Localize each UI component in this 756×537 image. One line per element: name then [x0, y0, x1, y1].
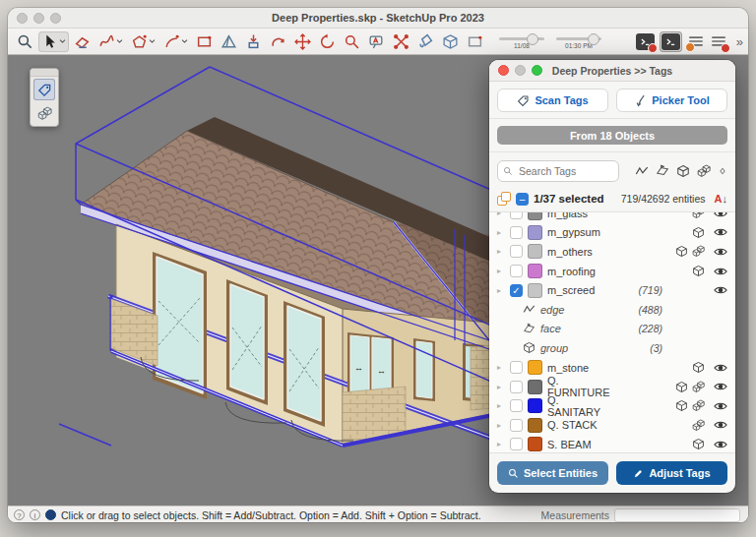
tag-checkbox[interactable]: [510, 361, 523, 374]
pyramid-tool-button[interactable]: [218, 31, 240, 52]
chevron-down-icon[interactable]: [59, 38, 66, 44]
copy-selection-icon[interactable]: [497, 192, 511, 206]
mini-toolbar-grip[interactable]: [31, 69, 58, 77]
disclosure-icon[interactable]: ▸: [497, 247, 505, 256]
help-icon[interactable]: ?: [14, 509, 25, 520]
tag-color-swatch[interactable]: [528, 264, 542, 278]
tag-color-swatch[interactable]: [528, 398, 542, 413]
tag-row[interactable]: ▸m_gypsum: [497, 223, 727, 243]
rotate-tool-button[interactable]: [316, 31, 339, 52]
toolbar-overflow-button[interactable]: »: [736, 34, 742, 49]
tag-color-swatch[interactable]: [528, 211, 542, 220]
select-entities-button[interactable]: Select Entities: [497, 461, 608, 485]
tag-color-swatch[interactable]: [528, 380, 542, 394]
select-all-checkbox[interactable]: –: [516, 193, 529, 206]
tag-checkbox[interactable]: [510, 438, 523, 450]
tag-checkbox[interactable]: [510, 399, 523, 412]
tag-child-row[interactable]: group(3): [497, 338, 727, 358]
disclosure-icon[interactable]: ▸: [497, 363, 505, 372]
geolocation-icon[interactable]: [45, 509, 56, 520]
rectangle-tool-button[interactable]: [193, 31, 216, 52]
panel-titlebar[interactable]: Deep Properties >> Tags: [489, 60, 735, 82]
picker-tool-button[interactable]: [33, 102, 55, 124]
script-list-button[interactable]: [687, 32, 705, 50]
model-viewport[interactable]: ↔ ↔: [8, 55, 748, 506]
from-objects-button[interactable]: From 18 Objects: [497, 126, 727, 145]
filter-component-icon[interactable]: [697, 164, 711, 178]
tag-color-swatch[interactable]: [528, 360, 542, 375]
filter-face-icon[interactable]: [656, 164, 669, 178]
tag-checkbox[interactable]: [510, 381, 523, 393]
tag-color-swatch[interactable]: [528, 244, 542, 259]
info-icon[interactable]: i: [30, 509, 40, 520]
extensions-button[interactable]: [710, 32, 727, 50]
freehand-tool-button[interactable]: [95, 31, 126, 52]
visibility-eye-icon[interactable]: [714, 225, 727, 239]
scan-tags-button[interactable]: Scan Tags: [497, 89, 608, 112]
visibility-eye-icon[interactable]: [714, 245, 727, 259]
filter-group-icon[interactable]: [676, 164, 690, 178]
text-tool-button[interactable]: [365, 31, 388, 52]
tag-color-swatch[interactable]: [528, 283, 542, 298]
visibility-eye-icon[interactable]: [714, 418, 727, 432]
tag-row[interactable]: ▸m_roofing: [497, 262, 727, 281]
tag-row[interactable]: ▸✓m_screed(719): [497, 280, 727, 300]
visibility-eye-icon[interactable]: [714, 211, 727, 220]
tag-checkbox[interactable]: [510, 245, 523, 258]
tag-checkbox[interactable]: [510, 419, 523, 432]
window-titlebar[interactable]: Deep Properties.skp - SketchUp Pro 2023: [8, 8, 748, 29]
tag-checkbox[interactable]: [510, 211, 523, 219]
tag-row[interactable]: ▸Q. SANITARY: [497, 396, 727, 416]
polygon-tool-button[interactable]: [128, 31, 158, 52]
tag-row[interactable]: ▸S. BEAM: [497, 435, 727, 453]
visibility-eye-icon[interactable]: [714, 438, 727, 451]
tag-row[interactable]: ▸m_glass: [497, 211, 727, 223]
filter-edge-icon[interactable]: [635, 164, 649, 178]
chevron-down-icon[interactable]: [116, 38, 123, 44]
select-tool-button[interactable]: [38, 31, 69, 52]
visibility-eye-icon[interactable]: [714, 283, 727, 297]
disclosure-icon[interactable]: ▸: [497, 401, 505, 410]
tag-row[interactable]: ▸m_others: [497, 242, 727, 262]
disclosure-icon[interactable]: ▸: [497, 440, 505, 448]
disclosure-icon[interactable]: ▸: [497, 267, 505, 275]
tag-list[interactable]: ▸m_glass▸m_gypsum▸m_others▸m_roofing▸✓m_…: [489, 211, 735, 453]
adjust-tags-button[interactable]: Adjust Tags: [616, 461, 727, 485]
tape-measure-tool-button[interactable]: [341, 31, 363, 52]
shadow-date-slider[interactable]: 11/08: [498, 34, 545, 49]
visibility-eye-icon[interactable]: [714, 361, 727, 375]
move-tool-button[interactable]: [291, 31, 314, 52]
chevron-down-icon[interactable]: [149, 38, 156, 44]
visibility-eye-icon[interactable]: [714, 399, 727, 413]
disclosure-icon[interactable]: ▸: [497, 286, 505, 295]
tag-checkbox[interactable]: ✓: [510, 284, 523, 297]
tag-checkbox[interactable]: [510, 226, 523, 239]
ruby-console-button[interactable]: [660, 31, 682, 52]
paint-bucket-tool-button[interactable]: [414, 31, 437, 52]
component-tool-button[interactable]: [439, 31, 462, 52]
push-pull-tool-button[interactable]: [242, 31, 265, 52]
disclosure-icon[interactable]: ▸: [497, 211, 505, 217]
sort-button[interactable]: A↓: [715, 193, 727, 205]
tag-child-row[interactable]: edge(488): [497, 300, 727, 320]
tag-color-swatch[interactable]: [528, 418, 542, 433]
search-input[interactable]: [517, 164, 613, 178]
arc-tool-button[interactable]: [160, 31, 191, 52]
visibility-eye-icon[interactable]: [714, 265, 727, 278]
disclosure-icon[interactable]: ▸: [497, 383, 505, 391]
shadow-time-slider[interactable]: 01:30 PM: [555, 34, 602, 49]
search-tool-button[interactable]: [14, 31, 36, 52]
console-error-button[interactable]: [636, 33, 655, 50]
follow-me-tool-button[interactable]: [267, 31, 289, 52]
visibility-eye-icon[interactable]: [714, 380, 727, 393]
tag-row[interactable]: ▸Q. FURNITURE: [497, 377, 727, 396]
tag-child-row[interactable]: face(228): [497, 320, 727, 339]
scale-tool-button[interactable]: [390, 31, 412, 52]
tag-color-swatch[interactable]: [528, 437, 542, 451]
scan-tags-tool-button[interactable]: [33, 79, 55, 100]
disclosure-icon[interactable]: ▸: [497, 228, 505, 237]
search-field[interactable]: [497, 160, 619, 182]
filter-point-icon[interactable]: [718, 166, 727, 176]
tray-tool-button[interactable]: [464, 31, 486, 52]
disclosure-icon[interactable]: ▸: [497, 421, 505, 430]
